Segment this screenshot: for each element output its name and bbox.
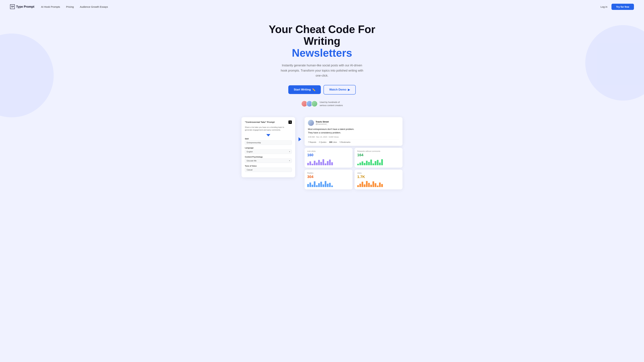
- mini-chart-1: [357, 159, 400, 165]
- bar-1-7: [372, 163, 374, 165]
- bar-0-1: [310, 161, 311, 165]
- try-for-free-button[interactable]: Try for free: [612, 4, 634, 10]
- analytics-value-3: 1.7K: [357, 175, 400, 179]
- logo-name: Type Prompt: [16, 5, 34, 8]
- hero-title-line2: Newsletters: [292, 47, 352, 59]
- bar-2-0: [307, 184, 309, 187]
- mini-chart-2: [307, 180, 350, 187]
- arrow-down-container: [245, 134, 292, 136]
- prompt-header: "Controversial Take" Prompt 𝕏: [245, 120, 292, 124]
- x-platform-icon: 𝕏: [288, 120, 292, 124]
- arrow-right-icon: [298, 137, 301, 141]
- analytics-card-0: Link clicks160: [304, 148, 352, 168]
- bar-0-9: [327, 161, 328, 165]
- analytics-label-0: Link clicks: [307, 150, 350, 152]
- bar-1-6: [370, 160, 372, 165]
- nav-link-ai-hook[interactable]: AI Hook Prompts: [41, 5, 60, 8]
- nav-link-pricing[interactable]: Pricing: [66, 5, 74, 8]
- skill-label: Skill: [245, 138, 292, 140]
- bar-1-4: [366, 161, 368, 165]
- arrow-down-icon: [266, 134, 270, 136]
- psychology-group: Content Psychology Educate Me: [245, 156, 292, 163]
- social-proof-text: Used by hundreds of serious content crea…: [320, 100, 343, 107]
- bar-2-6: [320, 182, 322, 187]
- nav-link-essays[interactable]: Audience Growth Essays: [80, 5, 108, 8]
- tweet-body: Most entrepreneurs don't have a talent p…: [308, 128, 399, 135]
- tweet-likes: 100 Likes: [329, 141, 337, 143]
- mini-chart-3: [357, 180, 400, 187]
- bar-0-10: [329, 160, 331, 165]
- start-writing-button[interactable]: Start Writing ✏️: [288, 85, 321, 94]
- bar-1-0: [357, 164, 359, 165]
- bar-1-8: [375, 161, 376, 165]
- demo-section: "Controversial Take" Prompt 𝕏 Share a ho…: [0, 117, 644, 189]
- bar-2-1: [310, 183, 311, 187]
- nav-right: Log in Try for free: [600, 4, 634, 10]
- analytics-label-1: Retweets without comments: [357, 150, 400, 152]
- language-value: English: [247, 151, 253, 153]
- language-label: Language: [245, 147, 292, 149]
- tweet-bookmarks: 5 Bookmarks: [340, 141, 350, 143]
- bar-1-11: [381, 159, 383, 165]
- psychology-select[interactable]: Educate Me: [245, 159, 292, 163]
- login-button[interactable]: Log in: [600, 5, 608, 8]
- tone-label: Tone of Voice: [245, 165, 292, 167]
- social-proof: Used by hundreds of serious content crea…: [301, 100, 343, 107]
- bar-0-2: [312, 164, 313, 165]
- avatar-3: [311, 100, 318, 107]
- bar-1-10: [379, 163, 381, 165]
- bar-1-5: [368, 162, 370, 165]
- skill-value[interactable]: Entrepreneurship: [245, 140, 292, 145]
- bar-0-6: [320, 162, 322, 165]
- language-select[interactable]: English: [245, 149, 292, 154]
- bar-3-3: [364, 184, 366, 187]
- bar-2-2: [312, 185, 313, 187]
- social-proof-line2: serious content creators: [320, 104, 343, 107]
- nav-links: AI Hook Prompts Pricing Audience Growth …: [41, 5, 108, 8]
- bar-1-1: [360, 163, 361, 165]
- watch-demo-label: Watch Demo: [329, 88, 346, 91]
- hero-title-line1: Your Cheat Code For Writing: [269, 23, 375, 47]
- logo[interactable]: TP Type Prompt: [10, 4, 34, 9]
- analytics-value-1: 164: [357, 153, 400, 157]
- bar-2-5: [318, 183, 320, 187]
- tone-value[interactable]: Casual: [245, 168, 292, 172]
- play-icon: ▶: [348, 88, 350, 91]
- language-group: Language English: [245, 147, 292, 154]
- avatar-group: [301, 100, 318, 107]
- analytics-card-2: Replies304: [304, 170, 352, 189]
- bar-2-9: [327, 184, 328, 187]
- analytics-card-1: Retweets without comments164: [354, 148, 402, 168]
- logo-icon: TP: [10, 4, 15, 9]
- prompt-description: Share a hot take you have on a trending …: [245, 126, 292, 131]
- bar-1-3: [364, 163, 366, 165]
- tweet-line2: They have a consistency problem.: [308, 131, 399, 135]
- nav-left: TP Type Prompt AI Hook Prompts Pricing A…: [10, 4, 108, 9]
- tone-group: Tone of Voice Casual: [245, 165, 292, 172]
- tweet-quotes: 2 Quotes: [319, 141, 326, 143]
- bar-3-7: [372, 181, 374, 187]
- tweet-user-info: Travis Street @travisstreet_: [316, 120, 329, 125]
- analytics-label-2: Replies: [307, 172, 350, 174]
- watch-demo-button[interactable]: Watch Demo ▶: [324, 85, 356, 94]
- bar-0-5: [318, 160, 320, 165]
- bar-3-5: [368, 183, 370, 187]
- social-proof-line1: Used by hundreds of: [320, 101, 340, 103]
- bar-3-9: [377, 186, 378, 187]
- mini-chart-0: [307, 159, 350, 165]
- prompt-panel: "Controversial Take" Prompt 𝕏 Share a ho…: [242, 117, 295, 177]
- hero-buttons: Start Writing ✏️ Watch Demo ▶: [288, 85, 356, 94]
- bar-3-2: [362, 182, 363, 187]
- tweet-header: Travis Street @travisstreet_: [308, 120, 399, 126]
- bar-0-7: [322, 159, 324, 165]
- tweet-line1: Most entrepreneurs don't have a talent p…: [308, 128, 399, 131]
- prompt-title: "Controversial Take" Prompt: [245, 121, 275, 123]
- bar-3-0: [357, 185, 359, 187]
- tweet-handle: @travisstreet_: [316, 123, 329, 125]
- analytics-label-3: Likes: [357, 172, 400, 174]
- bar-3-4: [366, 181, 368, 187]
- analytics-value-2: 304: [307, 175, 350, 179]
- bar-2-11: [331, 186, 333, 187]
- tweet-card: Travis Street @travisstreet_ Most entrep…: [304, 117, 402, 146]
- analytics-card-3: Likes1.7K: [354, 170, 402, 189]
